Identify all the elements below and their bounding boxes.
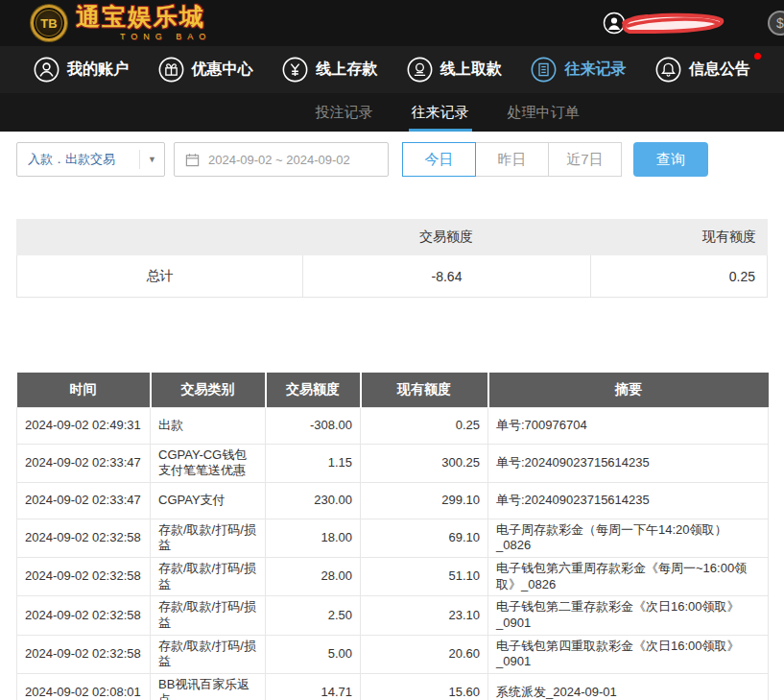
date-range-value: 2024-09-02 ~ 2024-09-02 [208,153,350,167]
nav-label: 优惠中心 [192,60,253,80]
cell-type: BB视讯百家乐返点 [151,673,266,700]
cell-summary: 电子钱包第六重周存款彩金《每周一~16:00领取》_0826 [488,558,769,596]
gift-icon [158,57,184,83]
summary-col-amount: 交易额度 [302,229,590,246]
cell-amount: 1.15 [266,444,361,482]
cell-time: 2024-09-02 02:33:47 [17,482,151,519]
calendar-icon [185,153,200,167]
cell-balance: 15.60 [361,673,488,700]
logo-subtitle: TONG BAO [76,32,211,41]
records-icon [531,57,557,83]
cell-time: 2024-09-02 02:32:58 [17,635,151,673]
last7days-button[interactable]: 近7日 [548,142,622,177]
col-header-type: 交易类别 [151,373,266,407]
cell-summary: 电子钱包第二重存款彩金《次日16:00领取》_0901 [488,596,769,635]
table-row: 2024-09-02 02:33:47 CGPAY支付 230.00 299.1… [17,482,769,519]
cell-summary: 单号:202409023715614235 [488,482,769,519]
nav-label: 信息公告 [689,60,750,80]
currency-icon[interactable]: $ [768,11,784,36]
nav-promotions[interactable]: 优惠中心 [158,57,253,83]
redacted-username-scribble [614,10,729,36]
tab-processing-orders[interactable]: 处理中订单 [505,93,582,132]
cell-type: 出款 [151,407,266,444]
tab-transaction-records[interactable]: 往来记录 [409,93,472,132]
logo-text: 通宝娱乐城 TONG BAO [76,5,211,41]
table-row: 2024-09-02 02:32:58 存款/取款/打码/损益 5.00 20.… [17,635,769,673]
cell-balance: 23.10 [361,596,488,635]
summary-total-label: 总计 [17,255,303,297]
cell-amount: 28.00 [266,558,361,596]
cell-amount: 14.71 [266,673,361,700]
filter-bar: 入款．出款交易 ▼ 2024-09-02 ~ 2024-09-02 今日 昨日 … [0,132,784,177]
cell-type: CGPAY-CG钱包支付笔笔送优惠 [151,444,266,482]
date-range-input[interactable]: 2024-09-02 ~ 2024-09-02 [174,142,389,177]
deposit-icon [282,57,308,83]
site-logo[interactable]: TB 通宝娱乐城 TONG BAO [31,5,211,41]
cell-time: 2024-09-02 02:08:01 [17,673,151,700]
summary-total-balance: 0.25 [591,255,767,297]
col-header-time: 时间 [17,373,151,407]
cell-time: 2024-09-02 02:33:47 [17,444,151,482]
chevron-down-icon: ▼ [139,150,156,169]
nav-my-account[interactable]: 我的账户 [34,57,129,83]
cell-summary: 单号:700976704 [488,407,769,444]
table-row: 2024-09-02 02:49:31 出款 -308.00 0.25 单号:7… [17,407,769,444]
nav-transaction-records[interactable]: 往来记录 [531,57,626,83]
col-header-summary: 摘要 [488,373,769,407]
today-button[interactable]: 今日 [402,142,476,177]
nav-withdraw[interactable]: 线上取款 [407,57,502,83]
cell-balance: 300.25 [361,444,488,482]
table-row: 2024-09-02 02:32:58 存款/取款/打码/损益 2.50 23.… [17,596,769,635]
cell-summary: 电子周存款彩金（每周一下午14:20领取）_0826 [488,519,769,557]
bell-icon [655,57,681,83]
summary-col-balance: 现有额度 [590,229,768,246]
nav-label: 往来记录 [564,60,626,80]
cell-balance: 299.10 [361,482,488,519]
transaction-type-select[interactable]: 入款．出款交易 ▼ [16,142,165,177]
sub-nav: 投注记录 往来记录 处理中订单 [0,93,784,132]
tab-betting-records[interactable]: 投注记录 [313,93,376,132]
col-header-balance: 现有额度 [361,373,488,407]
cell-summary: 电子钱包第四重取款彩金《次日16:00领取》_0901 [488,635,769,673]
summary-total-amount: -8.64 [303,255,591,297]
top-bar: TB 通宝娱乐城 TONG BAO $ [0,0,784,46]
table-row: 2024-09-02 02:33:47 CGPAY-CG钱包支付笔笔送优惠 1.… [17,444,769,482]
cell-time: 2024-09-02 02:32:58 [17,596,151,635]
transactions-tbody: 2024-09-02 02:49:31 出款 -308.00 0.25 单号:7… [17,407,769,700]
cell-type: 存款/取款/打码/损益 [151,596,266,635]
nav-label: 线上取款 [440,60,502,80]
transactions-table: 时间 交易类别 交易额度 现有额度 摘要 2024-09-02 02:49:31… [16,373,769,700]
cell-amount: 2.50 [266,596,361,635]
date-quick-buttons: 今日 昨日 近7日 [403,142,622,177]
main-nav: 我的账户 优惠中心 线上存款 线上取款 往来记录 信息公告 [0,46,784,93]
table-row: 2024-09-02 02:32:58 存款/取款/打码/损益 18.00 69… [17,519,769,557]
cell-amount: 5.00 [266,635,361,673]
cell-summary: 单号:202409023715614235 [488,444,769,482]
summary-table: 交易额度 现有额度 总计 -8.64 0.25 [16,219,768,298]
cell-type: 存款/取款/打码/损益 [151,635,266,673]
cell-amount: -308.00 [266,407,361,444]
cell-time: 2024-09-02 02:32:58 [17,519,151,557]
logo-title: 通宝娱乐城 [76,5,211,29]
nav-deposit[interactable]: 线上存款 [282,57,377,83]
search-button[interactable]: 查询 [633,142,708,177]
nav-announcements[interactable]: 信息公告 [655,57,750,83]
cell-time: 2024-09-02 02:32:58 [17,558,151,596]
transactions-table-header: 时间 交易类别 交易额度 现有额度 摘要 [17,373,769,407]
logo-coin-icon: TB [31,5,67,41]
table-row: 2024-09-02 02:08:01 BB视讯百家乐返点 14.71 15.6… [17,673,769,700]
cell-balance: 51.10 [361,558,488,596]
nav-label: 线上存款 [316,60,377,80]
yesterday-button[interactable]: 昨日 [475,142,549,177]
withdraw-icon [407,57,433,83]
cell-type: 存款/取款/打码/损益 [151,519,266,557]
cell-type: 存款/取款/打码/损益 [151,558,266,596]
selected-transaction-type: 入款．出款交易 [28,151,115,168]
top-bar-right: $ [603,0,784,46]
cell-amount: 18.00 [266,519,361,557]
cell-balance: 69.10 [361,519,488,557]
nav-label: 我的账户 [67,60,129,80]
table-row: 2024-09-02 02:32:58 存款/取款/打码/损益 28.00 51… [17,558,769,596]
notification-dot [754,53,761,60]
cell-time: 2024-09-02 02:49:31 [17,407,151,444]
